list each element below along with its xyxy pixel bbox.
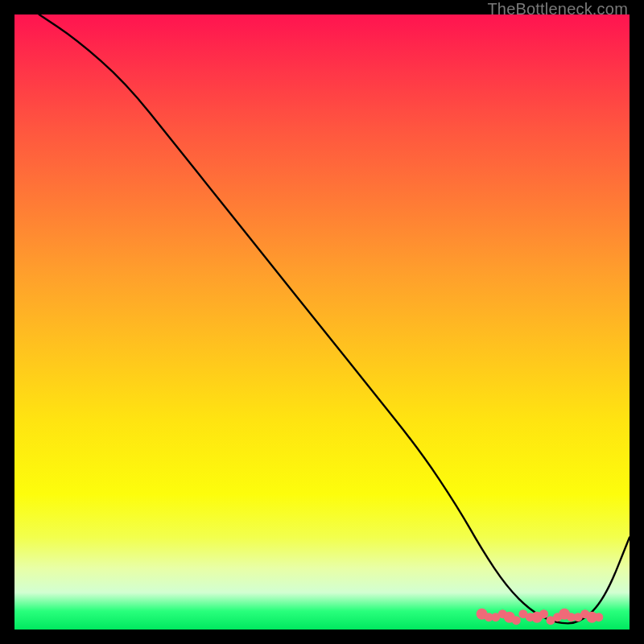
watermark-text: TheBottleneck.com xyxy=(487,0,628,19)
highlight-dot xyxy=(594,613,603,621)
plot-area xyxy=(14,14,630,630)
highlight-zone-dots xyxy=(477,609,604,625)
chart-svg xyxy=(14,14,630,630)
highlight-dot xyxy=(512,616,521,625)
chart-frame: TheBottleneck.com xyxy=(0,0,644,644)
bottleneck-curve-line xyxy=(39,14,630,623)
highlight-dot xyxy=(539,609,548,618)
